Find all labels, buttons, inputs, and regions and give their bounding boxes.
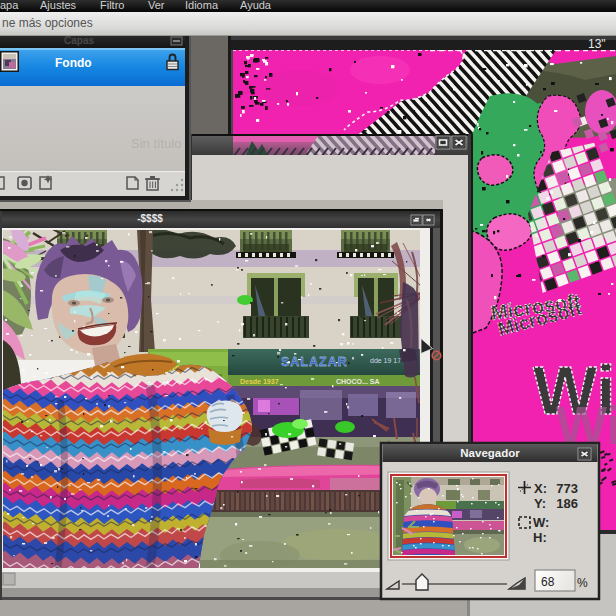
svg-text:X:: X: — [534, 481, 547, 496]
svg-text:Ver: Ver — [148, 0, 165, 11]
svg-text:Capas: Capas — [64, 35, 94, 46]
svg-text:Y:: Y: — [534, 496, 546, 511]
svg-text:Filtro: Filtro — [100, 0, 124, 11]
svg-text:13": 13" — [588, 37, 606, 51]
svg-text:186: 186 — [556, 496, 578, 511]
svg-text:773: 773 — [556, 481, 578, 496]
svg-text:Navegador: Navegador — [460, 447, 520, 459]
svg-text:SALAZAR: SALAZAR — [281, 355, 348, 369]
svg-text:Fondo: Fondo — [55, 56, 92, 70]
svg-text:Idioma: Idioma — [185, 0, 219, 11]
svg-text:Ayuda: Ayuda — [240, 0, 272, 11]
svg-text:dde 19 17: dde 19 17 — [370, 357, 401, 364]
svg-text:CHOCO... SA: CHOCO... SA — [336, 378, 380, 385]
svg-text:W:: W: — [533, 515, 549, 530]
svg-text:ne más opciones: ne más opciones — [2, 16, 93, 30]
svg-text:%: % — [577, 576, 588, 590]
svg-text:-$$$$: -$$$$ — [137, 213, 163, 224]
svg-text:Ajustes: Ajustes — [40, 0, 77, 11]
svg-text:68: 68 — [541, 575, 555, 589]
svg-text:H:: H: — [533, 530, 547, 545]
svg-text:apa: apa — [0, 0, 19, 11]
svg-text:Sin título: Sin título — [131, 136, 182, 151]
svg-text:Desde 1937: Desde 1937 — [240, 378, 279, 385]
